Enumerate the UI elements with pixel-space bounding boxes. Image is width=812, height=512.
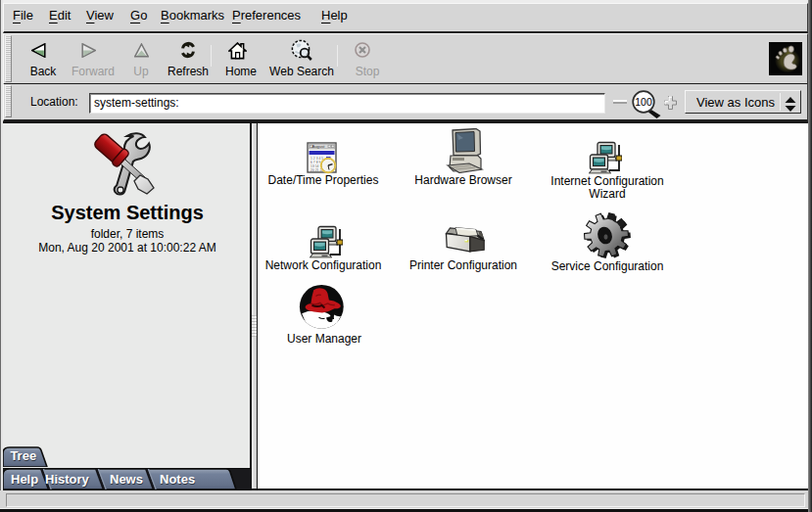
svg-text:August: August — [311, 144, 325, 149]
svg-text:Notes: Notes — [160, 472, 195, 487]
svg-text:Help: Help — [11, 472, 38, 487]
svg-text:Tree: Tree — [10, 448, 36, 463]
svg-text:News: News — [110, 472, 143, 487]
svg-text:History: History — [45, 472, 90, 487]
svg-text:100: 100 — [635, 96, 652, 108]
